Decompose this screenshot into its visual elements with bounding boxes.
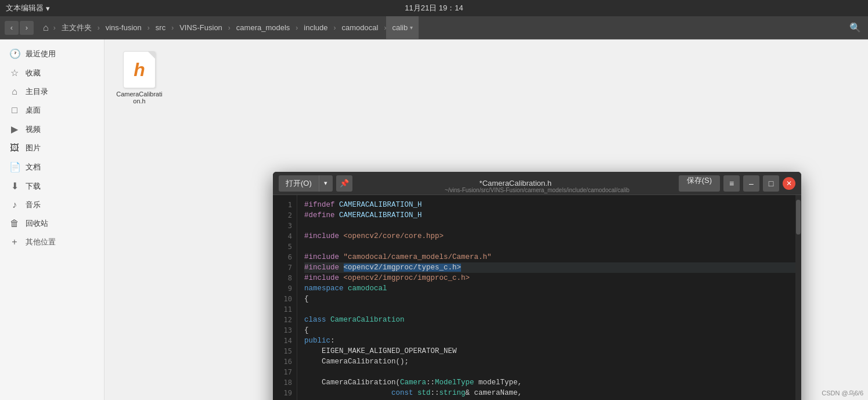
sidebar-label-pictures: 图片: [26, 143, 41, 153]
main-area: 🕐 最近使用 ☆ 收藏 ⌂ 主目录 □ 桌面 ▶ 视频 🖼 图片 📄 文档 ⬇: [0, 39, 868, 400]
code-line-12: class CameraCalibration: [304, 315, 795, 325]
breadcrumb-include[interactable]: include: [298, 16, 333, 39]
file-area: h CameraCalibration.h 打开(O) ▾ 📌 *CameraC…: [105, 39, 868, 400]
code-line-10: {: [304, 294, 795, 304]
save-button[interactable]: 保存(S): [679, 175, 720, 192]
breadcrumb-camera-models[interactable]: camera_models: [230, 16, 296, 39]
recent-icon: 🕐: [9, 48, 20, 59]
breadcrumb-calib[interactable]: calib ▾: [386, 16, 419, 39]
sidebar-item-recent[interactable]: 🕐 最近使用: [0, 44, 104, 63]
tab-bar: ‹ › ⌂ › 主文件夹 › vins-fusion › src › VINS-…: [0, 16, 868, 39]
videos-icon: ▶: [9, 124, 20, 135]
system-bar: 文本编辑器 ▾ 11月21日 19：14: [0, 0, 868, 16]
file-item-cameracalibration[interactable]: h CameraCalibration.h: [116, 51, 163, 104]
code-line-1: #ifndef CAMERACALIBRATION_H: [304, 200, 795, 210]
sidebar-label-downloads: 下载: [26, 181, 41, 192]
breadcrumb-vins-fusion[interactable]: vins-fusion: [100, 16, 147, 39]
menu-button[interactable]: ≡: [723, 175, 740, 192]
open-btn-group: 打开(O) ▾: [279, 175, 333, 192]
sidebar-label-trash: 回收站: [26, 218, 48, 229]
code-line-6: #include "camodocal/camera_models/Camera…: [304, 252, 795, 262]
sidebar-label-home: 主目录: [26, 87, 48, 97]
scrollbar[interactable]: [795, 195, 801, 400]
file-letter: h: [134, 59, 145, 81]
code-line-8: #include <opencv2/imgproc/imgproc_c.h>: [304, 273, 795, 283]
code-line-11: [304, 304, 795, 315]
app-title: 文本编辑器: [6, 3, 44, 13]
breadcrumb-vins-fusion-2[interactable]: VINS-Fusion: [174, 16, 228, 39]
file-icon-box: h: [123, 51, 156, 88]
code-line-2: #define CAMERACALIBRATION_H: [304, 210, 795, 221]
open-button[interactable]: 打开(O): [279, 175, 319, 192]
code-line-18: CameraCalibration(Camera::ModelType mode…: [304, 377, 795, 388]
line-numbers: 12345 678910 1112131415 1617181920 21222…: [273, 195, 297, 400]
scrollbar-thumb[interactable]: [796, 200, 801, 235]
open-dropdown-button[interactable]: ▾: [319, 175, 333, 192]
app-menu-arrow: ▾: [46, 4, 50, 13]
trash-icon: 🗑: [9, 218, 20, 229]
sidebar-item-home[interactable]: ⌂ 主目录: [0, 82, 104, 101]
sidebar-item-favorites[interactable]: ☆ 收藏: [0, 63, 104, 82]
pin-button[interactable]: 📌: [336, 175, 352, 192]
pictures-icon: 🖼: [9, 143, 20, 153]
editor-title: *CameraCalibration.h ~/vins-Fusion/src/V…: [356, 179, 675, 188]
favorites-icon: ☆: [9, 67, 20, 78]
code-line-14: public:: [304, 336, 795, 346]
editor-window: 打开(O) ▾ 📌 *CameraCalibration.h ~/vins-Fu…: [273, 172, 801, 400]
sidebar-item-pictures[interactable]: 🖼 图片: [0, 139, 104, 157]
minimize-button[interactable]: –: [743, 175, 759, 192]
sidebar-item-trash[interactable]: 🗑 回收站: [0, 214, 104, 233]
music-icon: ♪: [9, 200, 20, 210]
code-line-5: [304, 242, 795, 252]
datetime: 11月21日 19：14: [405, 3, 463, 13]
downloads-icon: ⬇: [9, 181, 20, 192]
breadcrumb-home[interactable]: ⌂: [38, 16, 53, 39]
breadcrumb-camodocal[interactable]: camodocal: [336, 16, 384, 39]
sidebar-item-documents[interactable]: 📄 文档: [0, 157, 104, 176]
breadcrumb: ⌂ › 主文件夹 › vins-fusion › src › VINS-Fusi…: [38, 16, 845, 39]
sidebar-item-videos[interactable]: ▶ 视频: [0, 120, 104, 139]
sidebar: 🕐 最近使用 ☆ 收藏 ⌂ 主目录 □ 桌面 ▶ 视频 🖼 图片 📄 文档 ⬇: [0, 39, 105, 400]
other-icon: +: [9, 237, 20, 247]
editor-content: 12345 678910 1112131415 1617181920 21222…: [273, 195, 801, 400]
nav-back-button[interactable]: ‹: [5, 21, 19, 35]
sidebar-label-recent: 最近使用: [26, 49, 56, 59]
sidebar-label-videos: 视频: [26, 124, 41, 135]
home-icon: ⌂: [9, 87, 20, 97]
code-line-7: #include <opencv2/imgproc/types_c.h>: [304, 262, 795, 273]
code-line-3: [304, 221, 795, 231]
nav-forward-button[interactable]: ›: [20, 21, 34, 35]
file-name: CameraCalibration.h: [116, 91, 163, 104]
code-line-15: EIGEN_MAKE_ALIGNED_OPERATOR_NEW: [304, 346, 795, 356]
file-corner: [148, 52, 155, 59]
maximize-button[interactable]: □: [763, 175, 779, 192]
sidebar-item-downloads[interactable]: ⬇ 下载: [0, 176, 104, 196]
code-line-17: [304, 367, 795, 377]
code-area[interactable]: #ifndef CAMERACALIBRATION_H #define CAME…: [297, 195, 795, 400]
code-line-16: CameraCalibration();: [304, 356, 795, 367]
app-menu[interactable]: 文本编辑器 ▾: [0, 0, 56, 16]
sidebar-label-desktop: 桌面: [26, 105, 41, 116]
sidebar-item-music[interactable]: ♪ 音乐: [0, 196, 104, 214]
sidebar-label-documents: 文档: [26, 162, 41, 172]
nav-buttons: ‹ ›: [0, 21, 38, 35]
sidebar-label-music: 音乐: [26, 200, 41, 210]
code-line-4: #include <opencv2/core/core.hpp>: [304, 231, 795, 242]
breadcrumb-home-folder[interactable]: 主文件夹: [56, 16, 98, 39]
code-line-9: namespace camodocal: [304, 283, 795, 294]
watermark: CSDN @乌6/6: [822, 389, 863, 398]
desktop-icon: □: [9, 105, 20, 116]
close-button[interactable]: ✕: [783, 177, 795, 190]
sidebar-label-other: 其他位置: [26, 237, 56, 247]
code-line-19: const std::string& cameraName,: [304, 388, 795, 398]
editor-titlebar: 打开(O) ▾ 📌 *CameraCalibration.h ~/vins-Fu…: [273, 172, 801, 195]
breadcrumb-src[interactable]: src: [150, 16, 171, 39]
documents-icon: 📄: [9, 161, 20, 172]
calib-dropdown-arrow: ▾: [410, 24, 413, 31]
editor-subtitle: ~/vins-Fusion/src/VINS-Fusion/camera_mod…: [445, 187, 629, 193]
sidebar-item-other[interactable]: + 其他位置: [0, 233, 104, 251]
code-line-13: {: [304, 325, 795, 336]
search-button[interactable]: 🔍: [845, 17, 866, 38]
sidebar-label-favorites: 收藏: [26, 68, 41, 78]
sidebar-item-desktop[interactable]: □ 桌面: [0, 101, 104, 120]
